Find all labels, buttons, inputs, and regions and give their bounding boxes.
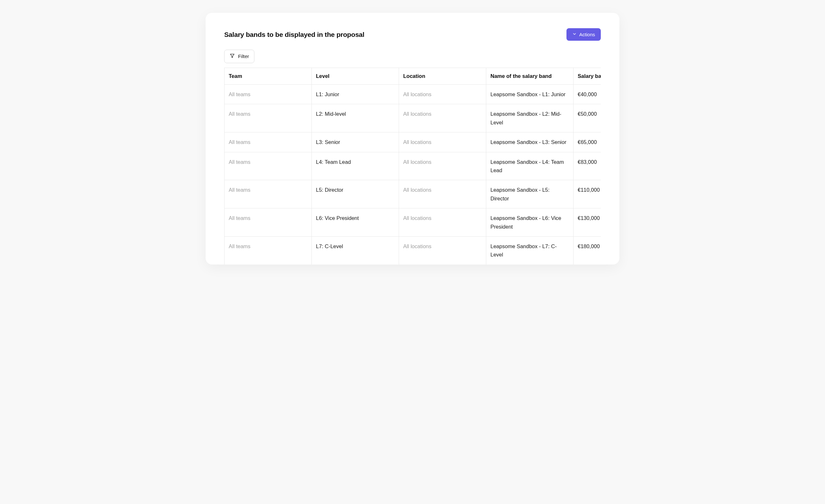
cell-level: L6: Vice President (312, 208, 399, 237)
cell-level: L5: Director (312, 180, 399, 208)
cell-salary-band: €83,000 (574, 152, 601, 180)
cell-level: L3: Senior (312, 133, 399, 152)
column-header-location[interactable]: Location (399, 68, 486, 85)
table-header-row: Team Level Location Name of the salary b… (225, 68, 601, 85)
table-row[interactable]: All teamsL3: SeniorAll locationsLeapsome… (225, 133, 601, 152)
cell-location: All locations (399, 236, 486, 264)
cell-team: All teams (225, 104, 312, 133)
cell-team: All teams (225, 133, 312, 152)
cell-salary-band-name: Leapsome Sandbox - L2: Mid-Level (486, 104, 574, 133)
column-header-team[interactable]: Team (225, 68, 312, 85)
cell-level: L1: Junior (312, 85, 399, 104)
cell-team: All teams (225, 208, 312, 237)
cell-team: All teams (225, 85, 312, 104)
actions-button[interactable]: Actions (567, 28, 601, 41)
cell-salary-band: €180,000 (574, 236, 601, 264)
filter-icon (230, 53, 235, 60)
cell-salary-band: €50,000 (574, 104, 601, 133)
table-row[interactable]: All teamsL6: Vice PresidentAll locations… (225, 208, 601, 237)
cell-location: All locations (399, 180, 486, 208)
cell-salary-band: €65,000 (574, 133, 601, 152)
cell-location: All locations (399, 85, 486, 104)
actions-button-label: Actions (579, 32, 595, 37)
cell-salary-band: €110,000 (574, 180, 601, 208)
cell-location: All locations (399, 208, 486, 237)
salary-bands-panel: Salary bands to be displayed in the prop… (206, 13, 619, 264)
cell-salary-band-name: Leapsome Sandbox - L4: Team Lead (486, 152, 574, 180)
table-row[interactable]: All teamsL7: C-LevelAll locationsLeapsom… (225, 236, 601, 264)
cell-salary-band-name: Leapsome Sandbox - L1: Junior (486, 85, 574, 104)
table-row[interactable]: All teamsL4: Team LeadAll locationsLeaps… (225, 152, 601, 180)
cell-level: L2: Mid-level (312, 104, 399, 133)
filter-button[interactable]: Filter (224, 50, 254, 63)
cell-level: L4: Team Lead (312, 152, 399, 180)
salary-bands-table: Team Level Location Name of the salary b… (224, 68, 601, 264)
cell-location: All locations (399, 152, 486, 180)
column-header-salary-band[interactable]: Salary band (574, 68, 601, 85)
table-row[interactable]: All teamsL2: Mid-levelAll locationsLeaps… (225, 104, 601, 133)
cell-team: All teams (225, 152, 312, 180)
chevron-down-icon (572, 32, 577, 37)
filter-button-label: Filter (238, 54, 249, 59)
column-header-name[interactable]: Name of the salary band (486, 68, 574, 85)
cell-salary-band-name: Leapsome Sandbox - L5: Director (486, 180, 574, 208)
cell-location: All locations (399, 133, 486, 152)
table-wrapper: Team Level Location Name of the salary b… (224, 68, 601, 264)
cell-salary-band-name: Leapsome Sandbox - L6: Vice President (486, 208, 574, 237)
cell-salary-band: €130,000 (574, 208, 601, 237)
column-header-level[interactable]: Level (312, 68, 399, 85)
cell-salary-band-name: Leapsome Sandbox - L7: C-Level (486, 236, 574, 264)
cell-team: All teams (225, 236, 312, 264)
header-row: Salary bands to be displayed in the prop… (224, 28, 601, 41)
cell-level: L7: C-Level (312, 236, 399, 264)
page-title: Salary bands to be displayed in the prop… (224, 31, 364, 38)
cell-location: All locations (399, 104, 486, 133)
cell-salary-band-name: Leapsome Sandbox - L3: Senior (486, 133, 574, 152)
svg-marker-0 (230, 54, 234, 58)
table-row[interactable]: All teamsL1: JuniorAll locationsLeapsome… (225, 85, 601, 104)
cell-team: All teams (225, 180, 312, 208)
cell-salary-band: €40,000 (574, 85, 601, 104)
table-row[interactable]: All teamsL5: DirectorAll locationsLeapso… (225, 180, 601, 208)
